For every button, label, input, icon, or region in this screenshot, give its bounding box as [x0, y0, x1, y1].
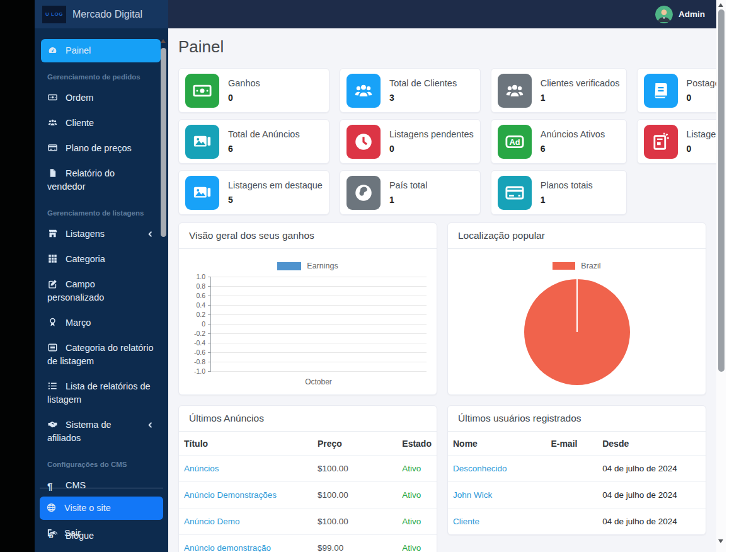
fullscreen-icon[interactable] [602, 8, 614, 20]
sidebar-item-label: Categoria [66, 254, 105, 264]
tick-mark [208, 371, 211, 372]
stat-text: Anúncios Ativos6 [541, 129, 605, 154]
row-link[interactable]: Anúncio Demo [179, 509, 312, 535]
user-name[interactable]: Admin [679, 9, 705, 19]
sidebar-item-sair[interactable]: Sair [40, 522, 163, 545]
sidebar-item-visite-o-site[interactable]: Visite o site [40, 497, 163, 520]
menu-icon[interactable] [180, 8, 192, 20]
sidebar-item-marco[interactable]: Março [41, 311, 161, 335]
stat-text: Total de Anúncios6 [228, 129, 300, 154]
y-tick-label: 0.8 [196, 282, 205, 290]
stat-value: 0 [687, 144, 717, 154]
locations-panel: Localização popular Brazil [447, 222, 706, 395]
stat-label: Listagens em destaque [228, 180, 323, 190]
page-scrollbar[interactable] [716, 0, 726, 552]
page-scroll-thumb[interactable] [718, 9, 724, 372]
sidebar-scroll-thumb[interactable] [161, 48, 166, 237]
row-link[interactable]: Anúncios [179, 456, 312, 482]
scroll-down-icon[interactable] [718, 539, 723, 543]
row-link[interactable]: John Wick [448, 482, 546, 509]
sidebar-item-depoimento[interactable]: Depoimento [41, 549, 161, 552]
latest-ads-header-row: TítuloPreçoEstado [179, 432, 437, 456]
y-tick-label: 0.4 [196, 301, 205, 309]
book-icon [644, 74, 678, 108]
dark-mode-moon-icon[interactable] [629, 8, 641, 20]
credit-card-icon [47, 143, 58, 152]
tick-mark [208, 296, 211, 296]
row-link[interactable]: Anúncio Demonstrações [179, 482, 312, 509]
row-cell: $100.00 [312, 482, 397, 509]
pie-legend-label: Brazil [581, 262, 600, 270]
sidebar-item-label: Plano de preços [66, 143, 132, 153]
brand[interactable]: U LOG Mercado Digital [35, 0, 168, 28]
sidebar-scrollbar[interactable] [160, 38, 167, 252]
avatar[interactable] [655, 6, 673, 23]
broom-icon[interactable] [234, 8, 246, 20]
sidebar-item-label: Lista de relatórios de listagem [47, 381, 151, 405]
scroll-up-icon[interactable] [718, 3, 723, 7]
sidebar-item-lista-de-relatorios-de-listagem[interactable]: Lista de relatórios de listagem [41, 375, 161, 411]
stat-card-total-de-anuncios: Total de Anúncios6 [178, 119, 329, 164]
globe-icon[interactable] [207, 8, 219, 20]
sidebar-item-plano-de-precos[interactable]: Plano de preços [41, 137, 161, 160]
earnings-y-axis: 1.00.80.60.40.20-0.2-0.4-0.6-0.8-1.0 [189, 277, 210, 371]
column-header-e-mail: E-mail [546, 432, 597, 456]
latest-ads-title: Últimos Anúncios [179, 406, 437, 432]
table-row: Anúncio Demonstrações$100.00Ativo [179, 482, 437, 509]
sidebar-item-categoria-do-relatorio-de-listagem[interactable]: Categoria do relatório de listagem [41, 336, 161, 373]
earnings-plot-area [210, 277, 427, 371]
y-tick-label: 0.2 [196, 311, 205, 318]
row-cell: Ativo [397, 509, 437, 535]
handshake-icon [47, 420, 58, 429]
sidebar-item-relatorio-do-vendedor[interactable]: Relatório do vendedor [41, 162, 161, 198]
images-icon [185, 176, 219, 210]
row-link[interactable]: Desconhecido [448, 456, 546, 482]
stat-value: 6 [228, 144, 300, 154]
latest-users-table: NomeE-mailDesde Desconhecido04 de julho … [448, 432, 706, 534]
table-row: Anúncios$100.00Ativo [179, 456, 437, 482]
row-link[interactable]: Anúncio demonstração [179, 535, 312, 552]
sidebar-item-cliente[interactable]: Cliente [41, 112, 161, 135]
sidebar-item-sistema-de-afiliados[interactable]: Sistema de afiliados [41, 413, 161, 450]
column-header-titulo: Título [179, 432, 312, 456]
latest-ads-panel: Últimos Anúncios TítuloPreçoEstado Anúnc… [178, 405, 437, 552]
plus-icon[interactable] [548, 8, 560, 20]
stat-text: Listagens vendidas0 [687, 129, 717, 154]
tick-mark [208, 352, 211, 353]
globe-icon [46, 503, 57, 512]
sidebar-item-campo-personalizado[interactable]: Campo personalizado [41, 273, 161, 309]
users-icon [346, 74, 381, 108]
stat-text: Clientes verificados1 [541, 78, 620, 103]
sidebar-item-ordem[interactable]: Ordem [41, 86, 161, 110]
latest-ads-body: Anúncios$100.00AtivoAnúncio Demonstraçõe… [179, 456, 437, 552]
y-tick-label: -0.2 [194, 330, 205, 337]
tick-mark [208, 324, 211, 325]
table-row: Anúncio demonstração$99.00Ativo [179, 535, 437, 552]
tick-mark [208, 333, 211, 334]
stat-value: 1 [541, 93, 620, 103]
money-icon [47, 93, 58, 102]
stat-value: 5 [228, 195, 323, 205]
pie-chart [524, 279, 630, 385]
y-tick-label: 1.0 [196, 273, 205, 280]
scroll-up-icon[interactable] [161, 39, 166, 43]
row-cell [546, 482, 597, 509]
sidebar-item-painel[interactable]: Painel [41, 39, 161, 62]
brand-title: Mercado Digital [72, 9, 142, 20]
images-icon [185, 125, 219, 159]
money-icon [185, 74, 219, 108]
store-icon [47, 229, 58, 238]
row-link[interactable]: Cliente [448, 509, 546, 535]
sidebar-item-listagens[interactable]: Listagens [41, 222, 161, 246]
tables-row: Últimos Anúncios TítuloPreçoEstado Anúnc… [178, 405, 706, 552]
stat-value: 0 [228, 93, 260, 103]
column-header-estado: Estado [397, 432, 437, 456]
row-cell: Ativo [397, 482, 437, 509]
row-cell [546, 509, 597, 535]
sidebar-footer: Visite o siteSair [40, 488, 163, 547]
translate-icon[interactable] [575, 8, 587, 20]
stat-card-listagens-vendidas: Listagens vendidas0 [637, 119, 717, 164]
row-cell: 04 de julho de 2024 [597, 456, 706, 482]
charts-row: Visão geral dos seus ganhos Earnings 1.0… [178, 222, 706, 395]
sidebar-item-categoria[interactable]: Categoria [41, 248, 161, 271]
